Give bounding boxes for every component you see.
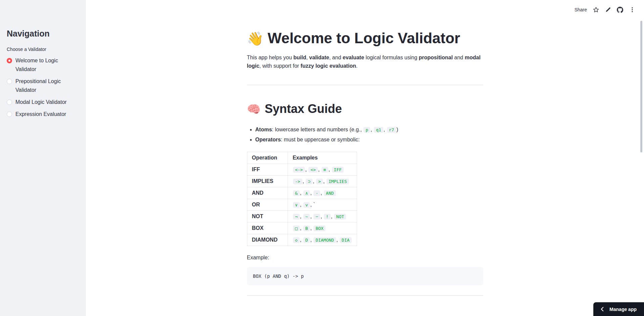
app-toolbar: Share (575, 0, 644, 19)
operation-cell: IMPLIES (247, 175, 288, 187)
inline-code: B (303, 226, 310, 231)
radio-option-label: Prepositional Logic Validator (15, 77, 79, 94)
table-row: NOT¬, ~, −, !, NOT (247, 210, 357, 222)
inline-code: ⊃ (306, 179, 312, 184)
share-button[interactable]: Share (575, 7, 587, 12)
brain-emoji-icon: 🧠 (247, 103, 261, 115)
bold-text: Operators (255, 137, 281, 142)
syntax-table-body: IFF<->, <>, ≡, IFFIMPLIES->, ⊃, >, IMPLI… (247, 164, 357, 246)
inline-code: DIAMOND (313, 237, 336, 243)
table-row: AND&, ∧, ·, AND (247, 187, 357, 199)
edit-pencil-icon[interactable] (605, 7, 611, 13)
radio-option[interactable]: Modal Logic Validator (7, 98, 79, 107)
sidebar-title: Navigation (7, 29, 79, 39)
inline-code: & (293, 190, 300, 196)
operation-cell: AND (247, 187, 288, 199)
table-row: IMPLIES->, ⊃, >, IMPLIES (247, 175, 357, 187)
inline-code: ~ (303, 214, 310, 219)
wave-emoji-icon: 👋 (247, 31, 264, 46)
bold-text: fuzzy logic evaluation (301, 63, 356, 69)
inline-code: NOT (334, 214, 346, 219)
operation-cell: NOT (247, 210, 288, 222)
inline-code: AND (324, 190, 336, 196)
radio-selected-icon (7, 58, 12, 63)
operation-cell: BOX (247, 222, 288, 234)
radio-unselected-icon (7, 100, 12, 105)
radio-option[interactable]: Prepositional Logic Validator (7, 77, 79, 94)
inline-code: ! (324, 214, 331, 219)
table-row: DIAMOND◇, D, DIAMOND, DIA (247, 234, 357, 246)
syntax-bullet-item: Operators: must be uppercase or symbolic… (255, 135, 483, 145)
inline-code: ∧ (303, 190, 310, 196)
operation-cell: DIAMOND (247, 234, 288, 246)
page-title: 👋Welcome to Logic Validator (247, 29, 483, 47)
examples-cell: <->, <>, ≡, IFF (288, 164, 357, 175)
inline-code: v (303, 202, 310, 208)
bold-text: validate (309, 55, 329, 60)
inline-code: q1 (374, 127, 383, 133)
inline-code: ≡ (321, 167, 328, 173)
bold-text: Atoms (255, 127, 272, 132)
bottom-divider (247, 295, 483, 296)
inline-code: IFF (332, 167, 344, 173)
syntax-table: Operation Examples IFF<->, <>, ≡, IFFIMP… (247, 152, 357, 246)
syntax-guide-title: 🧠Syntax Guide (247, 102, 483, 116)
table-row: OR∨, v, ` (247, 199, 357, 210)
bold-text: evaluate (343, 55, 364, 60)
inline-code: -> (293, 179, 302, 184)
column-header-operation: Operation (247, 152, 288, 164)
operation-cell: OR (247, 199, 288, 210)
radio-option-label: Welcome to Logic Validator (15, 56, 79, 74)
examples-cell: ◇, D, DIAMOND, DIA (288, 234, 357, 246)
page-title-text: Welcome to Logic Validator (267, 30, 460, 46)
inline-code: IMPLIES (327, 179, 349, 184)
radio-option[interactable]: Expression Evaluator (7, 110, 79, 119)
syntax-bullet-list: Atoms: lowercase letters and numbers (e.… (247, 125, 483, 145)
inline-code: <> (308, 167, 318, 173)
syntax-guide-title-text: Syntax Guide (265, 102, 342, 116)
vertical-scrollbar-thumb[interactable] (640, 21, 642, 152)
example-code-block: BOX (p AND q) -> p (247, 267, 483, 285)
radio-unselected-icon (7, 112, 12, 117)
examples-cell: □, B, BOX (288, 222, 357, 234)
syntax-bullet-item: Atoms: lowercase letters and numbers (e.… (255, 125, 483, 135)
intro-paragraph: This app helps you build, validate, and … (247, 53, 483, 70)
examples-cell: ->, ⊃, >, IMPLIES (288, 175, 357, 187)
inline-code: D (303, 237, 310, 243)
table-row: BOX□, B, BOX (247, 222, 357, 234)
radio-option-label: Modal Logic Validator (15, 98, 67, 107)
main-content: 👋Welcome to Logic Validator This app hel… (86, 0, 644, 296)
bold-text: propositional (419, 55, 453, 60)
radio-group: Welcome to Logic ValidatorPrepositional … (7, 56, 79, 119)
inline-code: − (313, 214, 320, 219)
manage-app-button[interactable]: Manage app (593, 302, 644, 316)
examples-cell: ¬, ~, −, !, NOT (288, 210, 357, 222)
radio-group-label: Choose a Validator (7, 47, 79, 52)
inline-code: > (316, 179, 323, 184)
overflow-menu-icon[interactable] (629, 7, 635, 13)
inline-code: ¬ (293, 214, 300, 219)
examples-cell: ∨, v, ` (288, 199, 357, 210)
inline-code: □ (293, 226, 300, 231)
examples-cell: &, ∧, ·, AND (288, 187, 357, 199)
example-code-text: BOX (p AND q) -> p (253, 273, 304, 279)
inline-code: ◇ (293, 237, 300, 243)
radio-option[interactable]: Welcome to Logic Validator (7, 56, 79, 74)
inline-code: · (313, 190, 320, 196)
inline-code: <-> (293, 167, 305, 173)
github-icon[interactable] (617, 7, 623, 13)
inline-code: p (363, 127, 370, 133)
inline-code: ∨ (293, 202, 300, 208)
star-icon[interactable] (593, 7, 599, 13)
inline-code: r7 (387, 127, 396, 133)
sidebar: Navigation Choose a Validator Welcome to… (0, 0, 86, 316)
operation-cell: IFF (247, 164, 288, 175)
manage-app-label: Manage app (609, 307, 637, 312)
chevron-left-icon (600, 307, 604, 311)
section-divider (247, 85, 483, 85)
table-row: IFF<->, <>, ≡, IFF (247, 164, 357, 175)
radio-option-label: Expression Evaluator (15, 110, 66, 119)
radio-unselected-icon (7, 79, 12, 84)
inline-code: DIA (340, 237, 351, 243)
bold-text: build (293, 55, 306, 60)
